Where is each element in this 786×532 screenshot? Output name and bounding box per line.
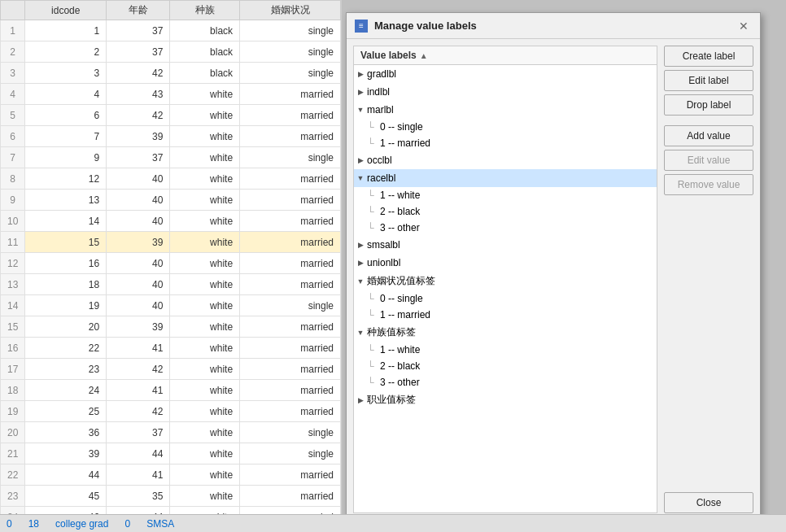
tree-item-smsalbl[interactable]: ▶smsalbl — [354, 236, 657, 254]
expand-icon[interactable]: ▶ — [354, 154, 367, 167]
tree-label: gradlbl — [367, 68, 396, 80]
tree-item-occlbl_cn[interactable]: ▶职业值标签 — [354, 390, 657, 409]
row-number: 21 — [1, 443, 25, 464]
table-row[interactable]: 192542whitemarried — [1, 401, 341, 422]
add-value-button[interactable]: Add value — [664, 125, 753, 146]
col-header-age[interactable]: 年龄 — [107, 1, 170, 20]
row-number: 13 — [1, 274, 25, 295]
cell-marital: married — [240, 105, 341, 126]
tree-item-marlbl[interactable]: ▼marlbl — [354, 101, 657, 119]
table-row[interactable]: 203637whitesingle — [1, 422, 341, 443]
expand-icon[interactable]: ▶ — [354, 68, 367, 81]
expand-icon[interactable]: ▶ — [354, 85, 367, 98]
table-row[interactable]: 131840whitemarried — [1, 274, 341, 295]
cell-idcode: 6 — [25, 105, 107, 126]
tree-connector: └ — [367, 309, 380, 321]
tree-child-label: 0 -- single — [380, 121, 423, 133]
col-header-marital[interactable]: 婚姻状况 — [240, 1, 341, 20]
tree-item-racelbl_cn_1[interactable]: └1 -- white — [354, 342, 657, 358]
create-label-button[interactable]: Create label — [664, 46, 753, 67]
cell-idcode: 15 — [25, 232, 107, 253]
table-row[interactable]: 152039whitemarried — [1, 316, 341, 338]
cell-race: white — [170, 190, 240, 211]
table-row[interactable]: 6739whitemarried — [1, 126, 341, 147]
expand-icon[interactable]: ▶ — [354, 256, 367, 269]
tree-item-unionlbl[interactable]: ▶unionlbl — [354, 254, 657, 272]
table-row[interactable]: 81240whitemarried — [1, 168, 341, 190]
table-row[interactable]: 101440whitemarried — [1, 211, 341, 232]
table-row[interactable]: 224441whitemarried — [1, 464, 341, 486]
expand-icon[interactable]: ▶ — [354, 238, 367, 251]
tree-label: smsalbl — [367, 239, 400, 251]
tree-item-racelbl_cn[interactable]: ▼种族值标签 — [354, 323, 657, 342]
tree-item-marlbl_0[interactable]: └0 -- single — [354, 119, 657, 135]
table-row[interactable]: 91340whitemarried — [1, 190, 341, 211]
expand-icon[interactable]: ▼ — [354, 172, 367, 185]
tree-item-marlbl_cn_0[interactable]: └0 -- single — [354, 290, 657, 307]
cell-age: 37 — [107, 147, 170, 168]
sort-icon[interactable]: ▲ — [420, 51, 428, 60]
table-row[interactable]: 1137blacksingle — [1, 20, 341, 41]
col-header-race[interactable]: 种族 — [170, 1, 240, 20]
col-header-idcode[interactable]: idcode — [25, 1, 107, 20]
cell-marital: married — [240, 338, 341, 359]
tree-child-label: 3 -- other — [380, 222, 420, 233]
table-row[interactable]: 2237blacksingle — [1, 41, 341, 63]
table-row[interactable]: 213944whitesingle — [1, 443, 341, 464]
cell-age: 40 — [107, 190, 170, 211]
cell-marital: married — [240, 359, 341, 380]
expand-icon[interactable]: ▼ — [354, 326, 367, 339]
table-row[interactable]: 172342whitemarried — [1, 359, 341, 380]
value-btn-group: Add value Edit value Remove value — [664, 125, 753, 195]
table-row[interactable]: 121640whitemarried — [1, 253, 341, 274]
tree-item-racelbl_3[interactable]: └3 -- other — [354, 220, 657, 236]
row-number: 6 — [1, 126, 25, 147]
tree-item-marlbl_1[interactable]: └1 -- married — [354, 135, 657, 151]
cell-race: white — [170, 147, 240, 168]
tree-label: 种族值标签 — [367, 325, 416, 339]
cell-age: 41 — [107, 380, 170, 401]
edit-value-button[interactable]: Edit value — [664, 150, 753, 171]
expand-icon[interactable]: ▼ — [354, 103, 367, 116]
cell-idcode: 3 — [25, 63, 107, 84]
expand-icon[interactable]: ▼ — [354, 275, 367, 288]
expand-icon[interactable]: ▶ — [354, 394, 367, 407]
row-number: 5 — [1, 105, 25, 126]
row-number: 18 — [1, 380, 25, 401]
table-row[interactable]: 162241whitemarried — [1, 338, 341, 359]
table-row[interactable]: 7937whitesingle — [1, 147, 341, 168]
table-row[interactable]: 141940whitesingle — [1, 295, 341, 316]
edit-label-button[interactable]: Edit label — [664, 70, 753, 91]
tree-item-racelbl_cn_3[interactable]: └3 -- other — [354, 374, 657, 390]
tree-item-marlbl_cn[interactable]: ▼婚姻状况值标签 — [354, 272, 657, 290]
dialog-close-button[interactable]: ✕ — [736, 18, 752, 34]
remove-value-button[interactable]: Remove value — [664, 174, 753, 195]
tree-item-racelbl[interactable]: ▼racelbl — [354, 169, 657, 187]
tree-item-marlbl_cn_1[interactable]: └1 -- married — [354, 307, 657, 323]
value-labels-tree[interactable]: Value labels ▲ ▶gradlbl▶indlbl▼marlbl└0 … — [353, 46, 657, 513]
cell-age: 42 — [107, 105, 170, 126]
tree-item-indlbl[interactable]: ▶indlbl — [354, 83, 657, 101]
table-row[interactable]: 182441whitemarried — [1, 380, 341, 401]
cell-race: white — [170, 338, 240, 359]
tree-header-label: Value labels — [360, 50, 417, 61]
tree-item-racelbl_cn_2[interactable]: └2 -- black — [354, 358, 657, 374]
table-row[interactable]: 234535whitemarried — [1, 486, 341, 507]
tree-item-occlbl[interactable]: ▶occlbl — [354, 151, 657, 169]
close-button[interactable]: Close — [664, 492, 753, 513]
tree-item-racelbl_2[interactable]: └2 -- black — [354, 203, 657, 220]
row-number: 2 — [1, 41, 25, 63]
cell-marital: single — [240, 295, 341, 316]
table-row[interactable]: 111539whitemarried — [1, 232, 341, 253]
table-row[interactable]: 3342blacksingle — [1, 63, 341, 84]
tree-item-gradlbl[interactable]: ▶gradlbl — [354, 65, 657, 83]
cell-idcode: 2 — [25, 41, 107, 63]
cell-age: 39 — [107, 316, 170, 338]
drop-label-button[interactable]: Drop label — [664, 94, 753, 116]
cell-race: white — [170, 380, 240, 401]
table-row[interactable]: 5642whitemarried — [1, 105, 341, 126]
cell-age: 40 — [107, 253, 170, 274]
table-row[interactable]: 4443whitemarried — [1, 84, 341, 105]
cell-race: black — [170, 20, 240, 41]
tree-item-racelbl_1[interactable]: └1 -- white — [354, 187, 657, 203]
